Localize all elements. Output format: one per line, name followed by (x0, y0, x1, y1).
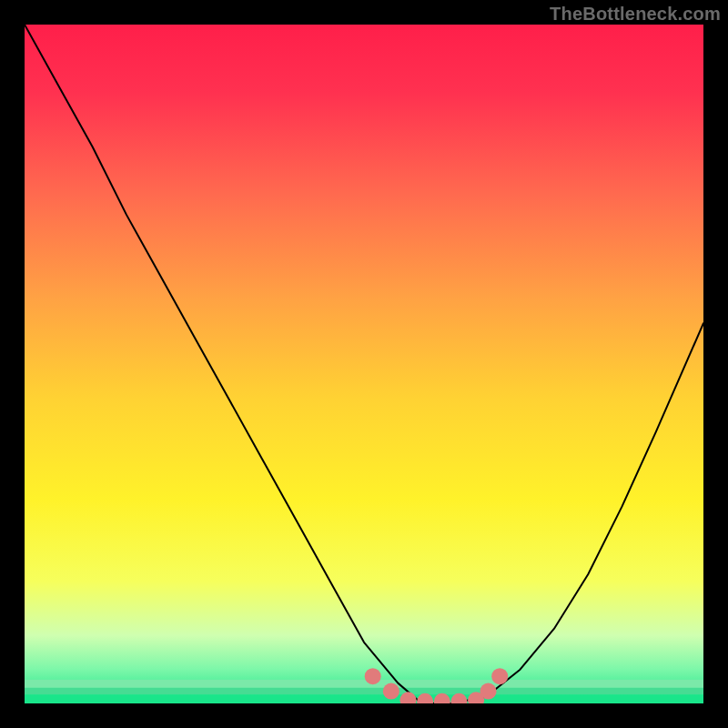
plot-area (25, 25, 703, 703)
bottleneck-chart (25, 25, 703, 703)
watermark-text: TheBottleneck.com (550, 4, 721, 25)
highlight-dot (491, 668, 508, 684)
heatmap-background (25, 25, 703, 703)
highlight-dot (480, 683, 497, 700)
chart-frame: TheBottleneck.com (0, 0, 728, 728)
highlight-dot (383, 683, 399, 700)
gradient-band (25, 694, 703, 703)
highlight-dot (365, 668, 381, 684)
gradient-band (25, 680, 703, 688)
gradient-band (25, 688, 703, 694)
